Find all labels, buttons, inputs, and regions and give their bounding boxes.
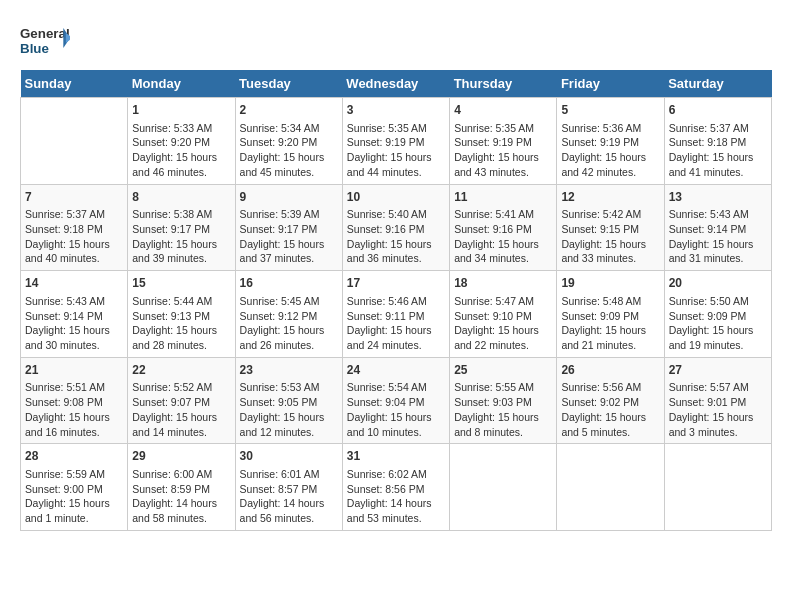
sunrise-text: Sunrise: 5:57 AM xyxy=(669,380,767,395)
day-number: 15 xyxy=(132,275,230,292)
sunrise-text: Sunrise: 5:37 AM xyxy=(669,121,767,136)
daylight-text: Daylight: 15 hours and 21 minutes. xyxy=(561,323,659,352)
calendar-cell: 5Sunrise: 5:36 AMSunset: 9:19 PMDaylight… xyxy=(557,98,664,185)
day-number: 13 xyxy=(669,189,767,206)
sunrise-text: Sunrise: 5:35 AM xyxy=(454,121,552,136)
calendar-cell: 18Sunrise: 5:47 AMSunset: 9:10 PMDayligh… xyxy=(450,271,557,358)
calendar-cell: 10Sunrise: 5:40 AMSunset: 9:16 PMDayligh… xyxy=(342,184,449,271)
calendar-cell: 6Sunrise: 5:37 AMSunset: 9:18 PMDaylight… xyxy=(664,98,771,185)
day-number: 11 xyxy=(454,189,552,206)
daylight-text: Daylight: 15 hours and 10 minutes. xyxy=(347,410,445,439)
day-number: 8 xyxy=(132,189,230,206)
logo-icon: General Blue xyxy=(20,20,70,60)
calendar-cell: 3Sunrise: 5:35 AMSunset: 9:19 PMDaylight… xyxy=(342,98,449,185)
sunrise-text: Sunrise: 5:59 AM xyxy=(25,467,123,482)
daylight-text: Daylight: 15 hours and 45 minutes. xyxy=(240,150,338,179)
calendar-week-row: 7Sunrise: 5:37 AMSunset: 9:18 PMDaylight… xyxy=(21,184,772,271)
daylight-text: Daylight: 15 hours and 3 minutes. xyxy=(669,410,767,439)
sunrise-text: Sunrise: 5:33 AM xyxy=(132,121,230,136)
weekday-header: Friday xyxy=(557,70,664,98)
day-number: 6 xyxy=(669,102,767,119)
sunrise-text: Sunrise: 5:40 AM xyxy=(347,207,445,222)
daylight-text: Daylight: 15 hours and 28 minutes. xyxy=(132,323,230,352)
daylight-text: Daylight: 15 hours and 39 minutes. xyxy=(132,237,230,266)
calendar-cell xyxy=(21,98,128,185)
sunset-text: Sunset: 9:20 PM xyxy=(240,135,338,150)
calendar-cell: 22Sunrise: 5:52 AMSunset: 9:07 PMDayligh… xyxy=(128,357,235,444)
day-number: 24 xyxy=(347,362,445,379)
calendar-cell: 2Sunrise: 5:34 AMSunset: 9:20 PMDaylight… xyxy=(235,98,342,185)
day-number: 28 xyxy=(25,448,123,465)
calendar-cell xyxy=(450,444,557,531)
day-number: 29 xyxy=(132,448,230,465)
calendar-cell: 13Sunrise: 5:43 AMSunset: 9:14 PMDayligh… xyxy=(664,184,771,271)
calendar-cell: 12Sunrise: 5:42 AMSunset: 9:15 PMDayligh… xyxy=(557,184,664,271)
sunset-text: Sunset: 9:14 PM xyxy=(25,309,123,324)
daylight-text: Daylight: 15 hours and 26 minutes. xyxy=(240,323,338,352)
sunrise-text: Sunrise: 5:55 AM xyxy=(454,380,552,395)
sunrise-text: Sunrise: 5:48 AM xyxy=(561,294,659,309)
day-number: 10 xyxy=(347,189,445,206)
sunrise-text: Sunrise: 5:38 AM xyxy=(132,207,230,222)
day-number: 12 xyxy=(561,189,659,206)
day-number: 26 xyxy=(561,362,659,379)
day-number: 20 xyxy=(669,275,767,292)
calendar-cell: 15Sunrise: 5:44 AMSunset: 9:13 PMDayligh… xyxy=(128,271,235,358)
sunrise-text: Sunrise: 5:50 AM xyxy=(669,294,767,309)
sunrise-text: Sunrise: 5:34 AM xyxy=(240,121,338,136)
daylight-text: Daylight: 15 hours and 5 minutes. xyxy=(561,410,659,439)
day-number: 22 xyxy=(132,362,230,379)
calendar-cell: 21Sunrise: 5:51 AMSunset: 9:08 PMDayligh… xyxy=(21,357,128,444)
day-number: 21 xyxy=(25,362,123,379)
svg-text:General: General xyxy=(20,26,70,41)
calendar-cell: 1Sunrise: 5:33 AMSunset: 9:20 PMDaylight… xyxy=(128,98,235,185)
daylight-text: Daylight: 15 hours and 43 minutes. xyxy=(454,150,552,179)
daylight-text: Daylight: 15 hours and 36 minutes. xyxy=(347,237,445,266)
sunset-text: Sunset: 9:10 PM xyxy=(454,309,552,324)
daylight-text: Daylight: 15 hours and 22 minutes. xyxy=(454,323,552,352)
day-number: 23 xyxy=(240,362,338,379)
sunset-text: Sunset: 9:07 PM xyxy=(132,395,230,410)
weekday-header: Tuesday xyxy=(235,70,342,98)
calendar-cell: 20Sunrise: 5:50 AMSunset: 9:09 PMDayligh… xyxy=(664,271,771,358)
calendar-cell: 25Sunrise: 5:55 AMSunset: 9:03 PMDayligh… xyxy=(450,357,557,444)
sunset-text: Sunset: 9:20 PM xyxy=(132,135,230,150)
calendar-week-row: 1Sunrise: 5:33 AMSunset: 9:20 PMDaylight… xyxy=(21,98,772,185)
calendar-cell: 7Sunrise: 5:37 AMSunset: 9:18 PMDaylight… xyxy=(21,184,128,271)
daylight-text: Daylight: 15 hours and 31 minutes. xyxy=(669,237,767,266)
sunset-text: Sunset: 9:15 PM xyxy=(561,222,659,237)
calendar-cell: 14Sunrise: 5:43 AMSunset: 9:14 PMDayligh… xyxy=(21,271,128,358)
sunrise-text: Sunrise: 5:44 AM xyxy=(132,294,230,309)
sunset-text: Sunset: 8:56 PM xyxy=(347,482,445,497)
day-number: 16 xyxy=(240,275,338,292)
daylight-text: Daylight: 14 hours and 58 minutes. xyxy=(132,496,230,525)
calendar-cell xyxy=(664,444,771,531)
daylight-text: Daylight: 14 hours and 56 minutes. xyxy=(240,496,338,525)
weekday-header: Monday xyxy=(128,70,235,98)
sunset-text: Sunset: 9:17 PM xyxy=(240,222,338,237)
sunrise-text: Sunrise: 5:56 AM xyxy=(561,380,659,395)
sunset-text: Sunset: 9:00 PM xyxy=(25,482,123,497)
calendar-cell: 16Sunrise: 5:45 AMSunset: 9:12 PMDayligh… xyxy=(235,271,342,358)
day-number: 5 xyxy=(561,102,659,119)
svg-text:Blue: Blue xyxy=(20,41,49,56)
day-number: 18 xyxy=(454,275,552,292)
sunset-text: Sunset: 9:01 PM xyxy=(669,395,767,410)
day-number: 3 xyxy=(347,102,445,119)
calendar-week-row: 14Sunrise: 5:43 AMSunset: 9:14 PMDayligh… xyxy=(21,271,772,358)
daylight-text: Daylight: 15 hours and 46 minutes. xyxy=(132,150,230,179)
daylight-text: Daylight: 15 hours and 41 minutes. xyxy=(669,150,767,179)
day-number: 25 xyxy=(454,362,552,379)
sunset-text: Sunset: 9:03 PM xyxy=(454,395,552,410)
daylight-text: Daylight: 15 hours and 34 minutes. xyxy=(454,237,552,266)
day-number: 14 xyxy=(25,275,123,292)
daylight-text: Daylight: 15 hours and 40 minutes. xyxy=(25,237,123,266)
calendar-cell: 19Sunrise: 5:48 AMSunset: 9:09 PMDayligh… xyxy=(557,271,664,358)
sunrise-text: Sunrise: 5:46 AM xyxy=(347,294,445,309)
daylight-text: Daylight: 15 hours and 24 minutes. xyxy=(347,323,445,352)
sunrise-text: Sunrise: 5:35 AM xyxy=(347,121,445,136)
sunset-text: Sunset: 9:08 PM xyxy=(25,395,123,410)
sunrise-text: Sunrise: 5:51 AM xyxy=(25,380,123,395)
calendar-cell: 27Sunrise: 5:57 AMSunset: 9:01 PMDayligh… xyxy=(664,357,771,444)
day-number: 27 xyxy=(669,362,767,379)
